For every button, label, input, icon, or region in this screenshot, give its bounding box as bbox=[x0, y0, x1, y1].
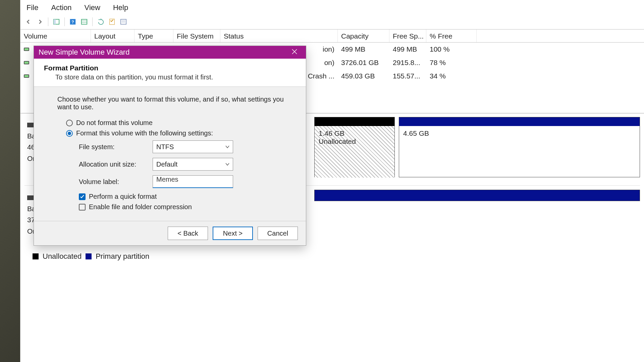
dialog-heading: Format Partition bbox=[44, 64, 296, 72]
svg-rect-1 bbox=[54, 19, 56, 24]
menu-view[interactable]: View bbox=[85, 3, 100, 12]
menu-file[interactable]: File bbox=[26, 3, 38, 12]
legend: Unallocated Primary partition bbox=[20, 250, 644, 263]
partition-header bbox=[399, 117, 640, 126]
details-icon[interactable] bbox=[79, 17, 89, 26]
radio-do-not-format[interactable]: Do not format this volume bbox=[66, 119, 292, 127]
help-icon[interactable]: ? bbox=[68, 17, 77, 26]
legend-unallocated: Unallocated bbox=[43, 252, 82, 261]
dialog-titlebar[interactable]: New Simple Volume Wizard bbox=[34, 46, 306, 59]
partition-primary[interactable] bbox=[314, 190, 640, 201]
cell-pct: 78 % bbox=[426, 57, 477, 68]
partition-header bbox=[315, 190, 640, 201]
checkbox-icon bbox=[79, 204, 86, 210]
menubar: File Action View Help bbox=[20, 0, 644, 16]
checkbox-icon bbox=[79, 193, 86, 200]
radio-label: Format this volume with the following se… bbox=[76, 129, 213, 137]
format-settings: File system: NTFS Allocation unit size: … bbox=[79, 140, 292, 188]
col-status[interactable]: Status bbox=[220, 29, 338, 42]
radio-format-with-settings[interactable]: Format this volume with the following se… bbox=[66, 129, 292, 137]
cell-free: 2915.8... bbox=[389, 57, 426, 68]
dialog-footer: < Back Next > Cancel bbox=[34, 221, 306, 245]
dialog-lead: Choose whether you want to format this v… bbox=[57, 96, 292, 111]
col-pctfree[interactable]: % Free bbox=[426, 29, 477, 42]
dialog-title: New Simple Volume Wizard bbox=[39, 48, 129, 57]
checkbox-compression[interactable]: Enable file and folder compression bbox=[79, 203, 292, 211]
svg-text:?: ? bbox=[71, 19, 74, 24]
col-type[interactable]: Type bbox=[135, 29, 173, 42]
label-filesystem: File system: bbox=[79, 143, 153, 151]
toolbar: ? bbox=[20, 16, 644, 29]
new-volume-wizard-dialog: New Simple Volume Wizard Format Partitio… bbox=[34, 46, 306, 246]
refresh-icon[interactable] bbox=[96, 17, 105, 26]
disk-icon bbox=[27, 123, 34, 127]
col-capacity[interactable]: Capacity bbox=[338, 29, 389, 42]
cell-pct: 34 % bbox=[426, 71, 477, 81]
legend-primary: Primary partition bbox=[96, 252, 149, 261]
combo-filesystem[interactable]: NTFS bbox=[153, 140, 233, 153]
cell-free: 499 MB bbox=[389, 44, 426, 55]
radio-icon bbox=[66, 130, 73, 137]
radio-label: Do not format this volume bbox=[76, 119, 153, 127]
properties-icon[interactable] bbox=[107, 17, 117, 26]
combo-value: NTFS bbox=[156, 143, 174, 151]
disk-icon bbox=[24, 61, 29, 64]
chevron-down-icon bbox=[225, 143, 230, 151]
swatch-primary bbox=[86, 253, 92, 259]
desktop-background-strip bbox=[0, 0, 20, 362]
back-button[interactable]: < Back bbox=[168, 227, 208, 240]
partition-body: 1.46 GB Unallocated bbox=[315, 126, 394, 178]
disk-icon bbox=[27, 195, 34, 200]
dialog-body: Choose whether you want to format this v… bbox=[34, 87, 306, 221]
col-freespace[interactable]: Free Sp... bbox=[389, 29, 426, 42]
checkbox-label: Enable file and folder compression bbox=[89, 203, 192, 211]
checkbox-quick-format[interactable]: Perform a quick format bbox=[79, 193, 292, 200]
dialog-subheading: To store data on this partition, you mus… bbox=[44, 73, 296, 81]
menu-action[interactable]: Action bbox=[51, 3, 71, 12]
swatch-unallocated bbox=[33, 253, 39, 259]
combo-allocation[interactable]: Default bbox=[153, 158, 233, 171]
forward-icon[interactable] bbox=[35, 17, 45, 26]
cell-capacity: 499 MB bbox=[338, 44, 389, 55]
radio-icon bbox=[66, 120, 73, 126]
partition-unallocated[interactable]: 1.46 GB Unallocated bbox=[314, 117, 395, 177]
panel-icon[interactable] bbox=[52, 17, 61, 26]
cell-capacity: 459.03 GB bbox=[338, 71, 389, 81]
partition-body: 4.65 GB bbox=[399, 126, 640, 141]
disk-icon bbox=[24, 74, 29, 78]
table-header: Volume Layout Type File System Status Ca… bbox=[20, 29, 644, 43]
input-volume-label[interactable]: Memes bbox=[153, 175, 233, 188]
label-volume-label: Volume label: bbox=[79, 178, 153, 186]
partition-header bbox=[315, 117, 394, 126]
separator bbox=[64, 17, 65, 26]
col-volume[interactable]: Volume bbox=[20, 29, 91, 42]
col-layout[interactable]: Layout bbox=[91, 29, 135, 42]
menu-help[interactable]: Help bbox=[113, 3, 128, 12]
separator bbox=[48, 17, 48, 26]
label-allocation: Allocation unit size: bbox=[79, 161, 153, 168]
separator bbox=[92, 17, 93, 26]
dialog-header: Format Partition To store data on this p… bbox=[34, 59, 306, 87]
cell-pct: 100 % bbox=[426, 44, 477, 55]
back-icon[interactable] bbox=[24, 17, 33, 26]
cancel-button[interactable]: Cancel bbox=[258, 227, 298, 240]
col-filesystem[interactable]: File System bbox=[173, 29, 220, 42]
disk-icon bbox=[24, 48, 29, 51]
svg-rect-4 bbox=[82, 19, 87, 24]
svg-rect-7 bbox=[110, 19, 115, 25]
cell-capacity: 3726.01 GB bbox=[338, 57, 389, 68]
list-icon[interactable] bbox=[119, 17, 128, 26]
partition-primary[interactable]: 4.65 GB bbox=[399, 117, 640, 177]
chevron-down-icon bbox=[225, 161, 230, 169]
svg-rect-8 bbox=[121, 19, 126, 24]
checkbox-label: Perform a quick format bbox=[89, 193, 157, 200]
cell-free: 155.57... bbox=[389, 71, 426, 81]
close-icon[interactable] bbox=[288, 49, 301, 56]
next-button[interactable]: Next > bbox=[213, 227, 253, 240]
combo-value: Default bbox=[156, 161, 177, 168]
